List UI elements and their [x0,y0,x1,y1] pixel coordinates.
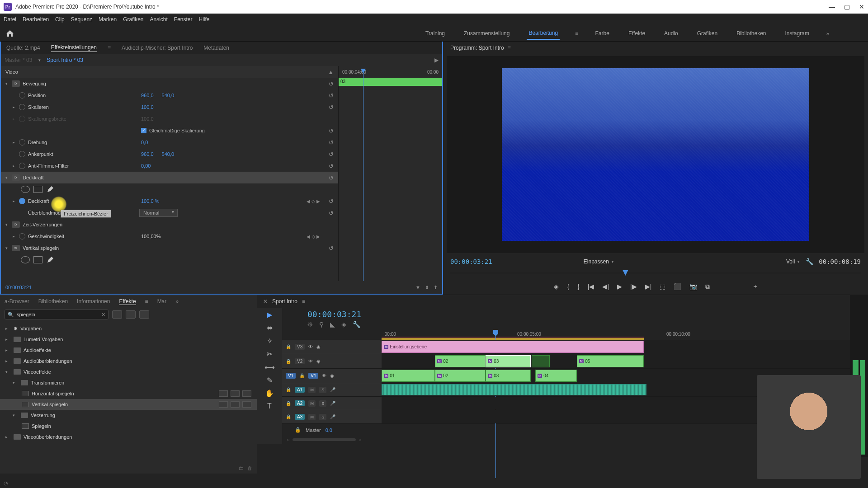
adjustment-layer-clip[interactable]: fxEinstellungsebene [382,341,644,353]
ripple-tool-icon[interactable]: ✧ [267,337,273,345]
twirl-icon[interactable]: ▾ [5,246,12,250]
track-label[interactable]: V2 [295,358,305,364]
menu-ansicht[interactable]: Ansicht [150,16,167,23]
fx-badge[interactable]: fx [12,245,20,251]
reset-icon[interactable]: ↺ [329,210,334,216]
solo-button[interactable]: S [319,387,326,393]
pen-mask-icon[interactable] [46,256,54,264]
home-icon[interactable] [5,29,14,38]
position-x[interactable]: 960,0 [141,93,154,98]
tree-vorgaben[interactable]: ▸✱Vorgaben [0,323,257,334]
lift-icon[interactable]: ⬚ [660,283,665,290]
settings-icon[interactable]: ◈ [341,321,346,328]
mute-button[interactable]: M [308,400,316,407]
checkbox-checked-icon[interactable]: ✓ [141,128,146,133]
lock-icon[interactable]: 🔒 [286,414,291,419]
type-tool-icon[interactable]: T [267,402,272,410]
reset-icon[interactable]: ↺ [329,163,334,169]
menu-sequenz[interactable]: Sequenz [71,16,92,23]
voice-icon[interactable]: 🎤 [330,414,335,419]
source-patch-v1[interactable]: V1 [286,373,296,379]
step-fwd-icon[interactable]: |▶ [630,283,637,290]
tab-effect-settings[interactable]: Effekteinstellungen [51,44,97,52]
zoom-slider[interactable] [292,438,356,441]
tab-audio-mixer[interactable]: Audioclip-Mischer: Sport Intro [122,45,193,51]
track-label[interactable]: V1 [308,373,318,379]
play-icon[interactable]: ▶ [434,57,439,63]
clip-05[interactable]: fx05 [577,355,644,367]
ws-overflow-icon[interactable]: » [826,31,829,36]
twirl-icon[interactable]: ▸ [13,234,19,239]
toggle-icon[interactable]: ⬍ [425,285,429,291]
ws-instagram[interactable]: Instagram [783,28,811,39]
track-label[interactable]: V3 [295,344,305,350]
ws-bearbeitung[interactable]: Bearbeitung [527,27,560,40]
mark-in-icon[interactable]: { [567,283,569,290]
ws-bibliotheken[interactable]: Bibliotheken [735,28,768,39]
visibility-icon[interactable]: 👁 [322,373,326,378]
twirl-icon[interactable]: ▸ [13,105,19,109]
tab-bibliotheken[interactable]: Bibliotheken [38,298,68,305]
fx-badge[interactable]: fx [12,221,20,228]
ws-farbe[interactable]: Farbe [594,28,611,39]
deckkraft-value[interactable]: 100,0 % [141,198,159,204]
marker-icon[interactable]: ◣ [330,321,335,328]
twirl-icon[interactable]: ▾ [5,175,12,180]
collapse-icon[interactable]: ▲ [328,69,334,75]
track-lane-v2[interactable]: fx02 fx03 fx05 [382,354,868,368]
export-icon[interactable]: ⬆ [434,285,438,291]
sync-lock-icon[interactable]: ◉ [316,344,321,349]
anker-y[interactable]: 540,0 [162,151,175,157]
track-select-icon[interactable]: ⬌ [267,324,273,332]
preset-icon-2[interactable] [126,310,136,319]
reset-icon[interactable]: ↺ [329,127,334,134]
marker-in-icon[interactable]: ◈ [554,283,559,290]
link-icon[interactable]: ⚲ [319,321,324,328]
extract-icon[interactable]: ⬛ [674,283,681,290]
keyframe-nav[interactable]: ◀ ◇ ▶ [307,199,320,204]
tab-informationen[interactable]: Informationen [77,298,110,305]
drehung-value[interactable]: 0,0 [141,140,148,145]
lock-icon[interactable]: 🔒 [286,359,291,364]
tab-metadata[interactable]: Metadaten [203,45,229,51]
tab-mar[interactable]: Mar [157,298,167,305]
reset-icon[interactable]: ↺ [329,139,334,146]
hand-tool-icon[interactable]: ✋ [265,389,274,398]
menu-marken[interactable]: Marken [99,16,117,23]
rect-mask-icon[interactable] [33,256,42,263]
lock-icon[interactable]: 🔒 [286,344,291,349]
slip-tool-icon[interactable]: ⟷ [264,363,275,371]
skalieren-value[interactable]: 100,0 [141,104,154,110]
pen-tool-icon[interactable]: ✎ [267,376,273,385]
timeline-timecode[interactable]: 00:00:03:21 [282,308,868,319]
ws-menu-icon[interactable]: ≡ [575,31,578,36]
track-label[interactable]: A2 [295,400,305,406]
panel-menu-icon[interactable]: ≡ [302,298,305,305]
clear-search-icon[interactable]: ✕ [101,312,105,318]
stopwatch-icon[interactable] [19,151,25,157]
chevron-down-icon[interactable]: ▼ [38,58,41,62]
ellipse-mask-icon[interactable] [21,256,30,263]
clip-03[interactable]: fx03 [486,370,531,382]
fx-badge[interactable]: fx [12,80,20,87]
voice-icon[interactable]: 🎤 [330,387,335,392]
voice-icon[interactable]: 🎤 [330,401,335,406]
reset-icon[interactable]: ↺ [329,104,334,111]
filter-icon[interactable]: ▼ [415,285,420,291]
deckkraft-section-row[interactable]: ▾ fx Deckkraft ↺ [1,172,338,183]
audio-clip-a1[interactable] [382,384,646,395]
tree-videoeffekte[interactable]: ▾Videoeffekte [0,366,257,377]
sync-lock-icon[interactable]: ◉ [316,359,321,364]
maximize-icon[interactable]: ▢ [844,3,850,10]
tree-audioeffekte[interactable]: ▸Audioeffekte [0,345,257,356]
reset-icon[interactable]: ↺ [329,245,334,252]
stopwatch-icon[interactable] [19,139,25,145]
menu-bearbeiten[interactable]: Bearbeiten [23,16,49,23]
lock-icon[interactable]: 🔒 [286,401,291,406]
reset-icon[interactable]: ↺ [329,80,334,87]
zoom-in-icon[interactable]: ○ [359,437,362,442]
twirl-icon[interactable]: ▾ [5,222,12,227]
tree-audioub[interactable]: ▸Audioüberblendungen [0,356,257,366]
go-out-icon[interactable]: ▶| [645,283,652,290]
tab-a-browser[interactable]: a-Browser [5,298,29,305]
